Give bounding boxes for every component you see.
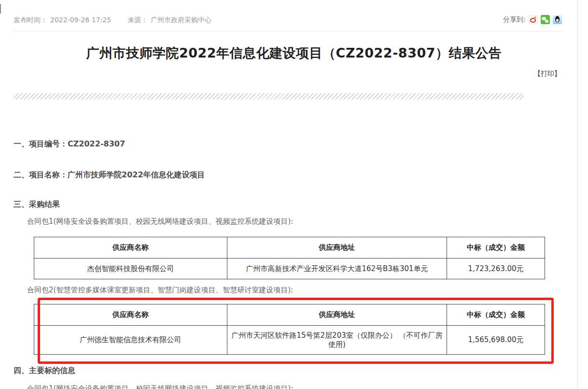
package2-table: 供应商名称 供应商地址 中标（成交）金额 广州德生智能信息技术有限公司 广州市天… <box>34 304 545 355</box>
table-header-row: 供应商名称 供应商地址 中标（成交）金额 <box>34 304 545 326</box>
header-supplier-address: 供应商地址 <box>227 304 447 326</box>
award-amount-cell: 1,565,698.00元 <box>447 326 545 355</box>
header-supplier-address: 供应商地址 <box>227 237 447 259</box>
meta-separator <box>14 31 564 31</box>
package1-caption: 合同包1(网络安全设备购置项目、校园无线网络建设项目、视频监控系统建设项目): <box>27 217 293 226</box>
meta-bar: 发布时间：2022-09-26 17:25 来源：广州市政府采购中心 <box>14 16 211 25</box>
supplier-name-cell: 广州德生智能信息技术有限公司 <box>34 326 227 355</box>
page-title: 广州市技师学院2022年信息化建设项目（CZ2022-8307）结果公告 <box>0 44 588 62</box>
table-row: 广州德生智能信息技术有限公司 广州市天河区软件路15号第2层203室（仅限办公）… <box>34 326 545 355</box>
package2-caption: 合同包2(智慧管控多媒体课室更新项目、智慧门岗建设项目、智慧研讨室建设项目): <box>27 286 293 295</box>
section-heading-procurement-result: 三、采购结果 <box>14 200 60 210</box>
share-label: 分享到: <box>503 15 526 24</box>
hatched-divider <box>14 93 524 100</box>
source-label: 来源： <box>127 16 148 25</box>
publish-time-label: 发布时间： <box>14 16 47 25</box>
package1-caption-cutoff: 合同包1(网络安全设备购置项目、校园无线网络建设项目、视频监控系统建设项目): <box>27 384 293 389</box>
table-row: 杰创智能科技股份有限公司 广州市高新技术产业开发区科学大道162号B3栋301单… <box>34 259 545 279</box>
section-heading-main-subject-info: 四、主要标的信息 <box>14 366 75 376</box>
qq-share-icon[interactable] <box>553 15 562 24</box>
section-heading-project-name: 二、项目名称：广州市技师学院2022年信息化建设项目 <box>14 170 205 180</box>
table-header-row: 供应商名称 供应商地址 中标（成交）金额 <box>34 237 545 259</box>
header-supplier-name: 供应商名称 <box>34 304 227 326</box>
section-heading-project-number: 一、项目编号：CZ2022-8307 <box>14 139 125 149</box>
share-bar: 分享到: <box>503 15 562 24</box>
supplier-name-cell: 杰创智能科技股份有限公司 <box>34 259 227 279</box>
weibo-share-icon[interactable] <box>529 15 538 24</box>
package1-table: 供应商名称 供应商地址 中标（成交）金额 杰创智能科技股份有限公司 广州市高新技… <box>34 237 545 279</box>
supplier-address-cell: 广州市高新技术产业开发区科学大道162号B3栋301单元 <box>227 259 447 279</box>
header-award-amount: 中标（成交）金额 <box>447 304 545 326</box>
publish-time-value: 2022-09-26 17:25 <box>50 16 111 25</box>
award-amount-cell: 1,723,263.00元 <box>447 259 545 279</box>
wechat-share-icon[interactable] <box>541 15 550 24</box>
source-value: 广州市政府采购中心 <box>151 16 211 25</box>
header-supplier-name: 供应商名称 <box>34 237 227 259</box>
print-button[interactable]: 【打印】 <box>534 70 561 78</box>
header-award-amount: 中标（成交）金额 <box>447 237 545 259</box>
supplier-address-cell: 广州市天河区软件路15号第2层203室（仅限办公） （不可作厂房使用) <box>227 326 447 355</box>
left-edge-tick <box>0 4 1 14</box>
announcement-page: 发布时间：2022-09-26 17:25 来源：广州市政府采购中心 分享到: … <box>0 0 588 389</box>
